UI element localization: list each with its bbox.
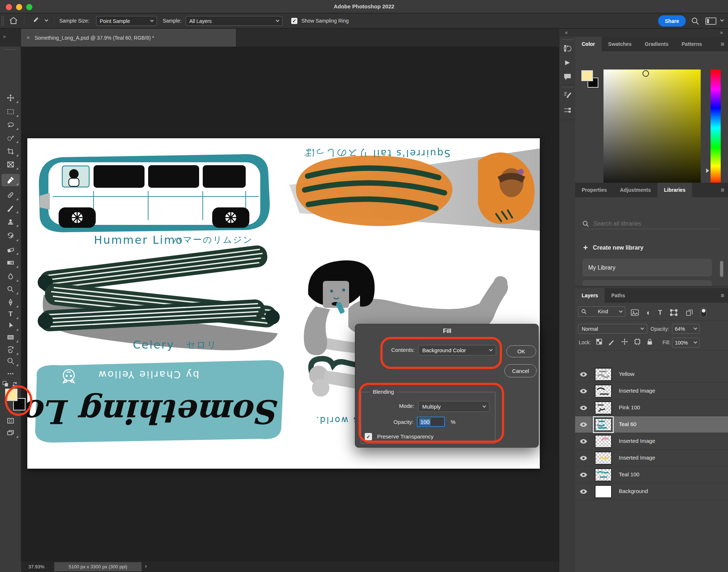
visibility-eye-icon[interactable] — [579, 439, 587, 445]
type-tool-icon[interactable]: T — [1, 308, 20, 320]
ok-button[interactable]: OK — [506, 345, 536, 357]
visibility-eye-icon[interactable] — [579, 372, 587, 378]
toolbar-grip[interactable] — [4, 49, 17, 51]
lock-pixels-icon[interactable] — [608, 338, 616, 345]
lock-all-icon[interactable] — [646, 338, 653, 345]
filter-shape-layers-icon[interactable] — [669, 309, 678, 317]
zoom-tool-icon[interactable] — [1, 355, 20, 367]
lock-artboard-icon[interactable] — [634, 338, 641, 345]
fill-dropdown[interactable]: 100% — [672, 338, 700, 347]
brush-tool-icon[interactable] — [1, 202, 20, 214]
history-panel-icon[interactable] — [562, 43, 573, 53]
smudge-tool-icon[interactable] — [1, 270, 20, 283]
status-chevron-icon[interactable]: › — [145, 563, 147, 569]
sample-size-dropdown[interactable]: Point Sample — [96, 16, 157, 26]
color-field-marker[interactable] — [642, 70, 649, 77]
shape-tool-icon[interactable] — [1, 331, 20, 343]
lasso-tool-icon[interactable] — [1, 119, 20, 131]
visibility-eye-icon[interactable] — [579, 405, 587, 412]
workspace-icon[interactable] — [705, 17, 716, 26]
options-bar-grip[interactable] — [1, 16, 4, 26]
object-selection-tool-icon[interactable] — [1, 132, 20, 144]
pen-tool-icon[interactable] — [1, 296, 20, 309]
tab-adjustments[interactable]: Adjustments — [613, 183, 657, 197]
history-brush-tool-icon[interactable] — [1, 230, 20, 242]
layer-row[interactable]: Background — [575, 483, 728, 500]
gradient-tool-icon[interactable] — [1, 257, 20, 269]
eyedropper-tool-icon[interactable] — [32, 16, 41, 26]
blend-mode-dropdown[interactable]: Normal — [578, 324, 647, 334]
toolbar-ellipsis-icon[interactable] — [1, 368, 20, 380]
lock-position-icon[interactable] — [621, 338, 628, 345]
layer-row[interactable]: Pink 100 — [575, 400, 728, 416]
eyedropper-options-chevron-icon[interactable] — [45, 18, 48, 22]
filter-smart-objects-icon[interactable] — [685, 309, 693, 317]
tool-presets-panel-icon[interactable] — [562, 105, 573, 115]
document-dimensions[interactable]: 5100 px x 3300 px (300 ppi) — [54, 562, 142, 571]
actions-panel-icon[interactable]: ▶ — [562, 57, 573, 67]
filter-pixel-layers-icon[interactable] — [630, 309, 639, 317]
layer-row[interactable]: Teal 100 — [575, 466, 728, 483]
clone-stamp-tool-icon[interactable] — [1, 215, 20, 228]
comments-panel-icon[interactable] — [562, 72, 573, 82]
frame-tool-icon[interactable] — [1, 158, 20, 171]
quick-mask-icon[interactable] — [1, 415, 20, 427]
collapse-panels-icon[interactable]: » — [720, 29, 723, 35]
move-tool-icon[interactable] — [1, 92, 20, 104]
share-button[interactable]: Share — [658, 15, 686, 27]
visibility-eye-icon[interactable] — [579, 422, 587, 429]
layer-row[interactable]: Inserted Image — [575, 433, 728, 450]
sample-dropdown[interactable]: All Layers — [186, 16, 282, 26]
layer-thumbnail[interactable] — [595, 435, 612, 448]
show-sampling-ring-checkbox[interactable]: ✓ — [291, 18, 297, 24]
layer-thumbnail[interactable] — [595, 368, 612, 381]
filter-adjustment-layers-icon[interactable]: ◐ — [646, 309, 651, 317]
layer-row-selected[interactable]: Teal 60 — [575, 416, 728, 433]
panel-menu-icon[interactable]: ≡ — [721, 41, 724, 48]
crop-tool-icon[interactable] — [1, 145, 20, 158]
tab-paths[interactable]: Paths — [605, 288, 632, 303]
layer-row[interactable]: Inserted Image — [575, 450, 728, 466]
rotate-view-tool-icon[interactable] — [1, 343, 20, 356]
layer-thumbnail[interactable] — [595, 418, 612, 431]
library-search-input[interactable] — [593, 221, 710, 227]
layer-thumbnail[interactable] — [595, 485, 612, 498]
layer-thumbnail[interactable] — [595, 452, 612, 465]
layer-thumbnail[interactable] — [595, 385, 612, 398]
eyedropper-tool-icon-selected[interactable] — [1, 174, 20, 186]
create-new-library[interactable]: + Create new library — [583, 243, 644, 253]
layer-thumbnail[interactable] — [595, 401, 612, 414]
visibility-eye-icon[interactable] — [579, 456, 587, 462]
filter-type-layers-icon[interactable]: T — [658, 309, 662, 317]
tab-layers[interactable]: Layers — [575, 288, 605, 303]
kind-filter-dropdown[interactable]: Kind — [578, 306, 625, 317]
canvas-area[interactable]: Hummer Limo ハマーのリムジン — [21, 47, 559, 561]
document-tab[interactable]: ✕ Something_Long_A.psd @ 37.9% (Teal 60,… — [21, 29, 236, 47]
visibility-eye-icon[interactable] — [579, 489, 587, 496]
tab-overflow-icon[interactable]: » — [3, 33, 6, 39]
zoom-level[interactable]: 37.93% — [28, 564, 44, 569]
tab-libraries[interactable]: Libraries — [657, 183, 692, 197]
screen-mode-icon[interactable] — [1, 426, 20, 439]
library-item[interactable]: My Library — [582, 259, 712, 277]
libraries-scrollbar[interactable] — [720, 261, 723, 277]
tab-patterns[interactable]: Patterns — [675, 37, 709, 51]
opacity-dropdown[interactable]: 64% — [672, 324, 700, 334]
library-search[interactable] — [582, 218, 721, 229]
panel-foreground-swatch[interactable] — [581, 70, 593, 81]
tab-swatches[interactable]: Swatches — [602, 37, 638, 51]
visibility-eye-icon[interactable] — [579, 389, 587, 395]
collapse-dock-icon[interactable]: « — [565, 29, 568, 35]
visibility-eye-icon[interactable] — [579, 472, 587, 479]
brush-settings-panel-icon[interactable] — [562, 90, 573, 100]
color-field[interactable] — [604, 69, 701, 186]
layer-thumbnail[interactable] — [595, 468, 612, 481]
search-icon[interactable] — [691, 17, 700, 27]
filter-toggle[interactable] — [701, 308, 707, 317]
panel-menu-icon[interactable]: ≡ — [721, 292, 724, 299]
layer-row[interactable]: Inserted Image — [575, 383, 728, 400]
eraser-tool-icon[interactable] — [1, 243, 20, 256]
hue-slider[interactable] — [711, 69, 721, 186]
close-tab-icon[interactable]: ✕ — [26, 35, 30, 40]
cancel-button[interactable]: Cancel — [505, 364, 537, 377]
